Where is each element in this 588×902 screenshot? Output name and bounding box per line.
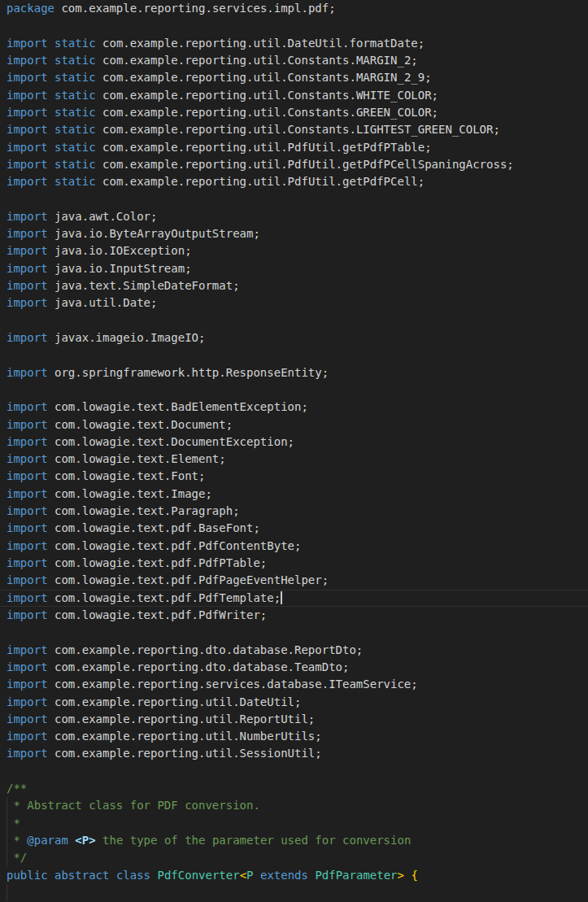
code-line[interactable]	[0, 624, 588, 641]
code-token: com.example.reporting.util.SessionUtil;	[48, 747, 322, 760]
code-line[interactable]: /**	[0, 780, 588, 797]
code-token: com.example.reporting.util.ReportUtil;	[48, 712, 316, 726]
code-token: import	[7, 89, 48, 102]
code-line[interactable]: import com.example.reporting.util.Sessio…	[0, 745, 588, 762]
code-line[interactable]: import static com.example.reporting.util…	[0, 69, 588, 86]
code-line[interactable]: import com.example.reporting.util.Report…	[0, 711, 588, 728]
code-token: *	[7, 817, 20, 830]
code-token	[48, 141, 54, 154]
code-token: {	[411, 869, 417, 882]
code-line[interactable]: import static com.example.reporting.util…	[0, 104, 588, 121]
code-token: import	[7, 521, 48, 534]
code-line[interactable]: import com.lowagie.text.pdf.PdfTemplate;	[0, 590, 588, 607]
code-line[interactable]: * @param <P> the type of the parameter u…	[0, 832, 588, 849]
code-line[interactable]: import com.example.reporting.dto.databas…	[0, 659, 588, 676]
code-line[interactable]: import com.lowagie.text.Element;	[0, 451, 588, 468]
code-line[interactable]	[0, 190, 588, 207]
code-token: <	[240, 869, 246, 882]
code-line[interactable]: package com.example.reporting.services.i…	[0, 0, 588, 17]
code-token: P	[246, 869, 253, 882]
code-token: com.lowagie.text.pdf.PdfWriter;	[48, 608, 268, 621]
code-line[interactable]: import com.lowagie.text.Font;	[0, 468, 588, 485]
code-line[interactable]: import com.lowagie.text.pdf.PdfWriter;	[0, 607, 588, 624]
code-token: java.io.IOException;	[48, 244, 192, 257]
code-token: static	[54, 106, 96, 119]
code-token: import	[7, 643, 48, 656]
code-line[interactable]: import javax.imageio.ImageIO;	[0, 329, 588, 346]
code-line[interactable]	[0, 17, 588, 34]
code-line[interactable]: import java.io.InputStream;	[0, 260, 588, 277]
code-line[interactable]: import com.lowagie.text.pdf.PdfContentBy…	[0, 538, 588, 555]
code-token: com.lowagie.text.pdf.PdfPageEventHelper;	[48, 573, 329, 586]
code-line[interactable]: import com.example.reporting.util.Number…	[0, 728, 588, 745]
code-line[interactable]: import java.text.SimpleDateFormat;	[0, 277, 588, 294]
code-line[interactable]: import static com.example.reporting.util…	[0, 52, 588, 69]
code-token	[48, 54, 54, 67]
code-line[interactable]: import org.springframework.http.Response…	[0, 364, 588, 381]
code-line[interactable]: import static com.example.reporting.util…	[0, 156, 588, 173]
code-line[interactable]	[0, 763, 588, 780]
code-line[interactable]: */	[0, 849, 588, 866]
code-token: com.example.reporting.dto.database.TeamD…	[48, 660, 350, 673]
code-token: static	[54, 54, 96, 67]
code-token: extends	[260, 869, 308, 882]
code-token: com.lowagie.text.pdf.PdfPTable;	[48, 556, 268, 569]
code-line[interactable]: import com.lowagie.text.DocumentExceptio…	[0, 434, 588, 451]
code-token: import	[7, 695, 48, 708]
code-token: org.springframework.http.ResponseEntity;	[48, 366, 329, 379]
code-token: static	[54, 71, 96, 84]
code-token: public	[7, 869, 48, 882]
code-line[interactable]: import com.lowagie.text.Image;	[0, 486, 588, 503]
code-line[interactable]: import com.example.reporting.dto.databas…	[0, 642, 588, 659]
code-line[interactable]: import static com.example.reporting.util…	[0, 87, 588, 104]
code-line[interactable]: import static com.example.reporting.util…	[0, 35, 588, 52]
code-line[interactable]: import com.lowagie.text.Document;	[0, 416, 588, 434]
code-token: import	[7, 591, 48, 604]
code-token: import	[7, 469, 48, 482]
code-line[interactable]: import java.awt.Color;	[0, 208, 588, 225]
code-token	[48, 71, 54, 84]
code-token: import	[7, 227, 48, 240]
code-line[interactable]: import com.example.reporting.services.da…	[0, 676, 588, 693]
code-line[interactable]	[0, 884, 588, 901]
code-line[interactable]: import com.lowagie.text.BadElementExcept…	[0, 399, 588, 416]
code-token: <P>	[75, 834, 95, 847]
code-line[interactable]: import static com.example.reporting.util…	[0, 121, 588, 138]
code-editor[interactable]: package com.example.reporting.services.i…	[0, 0, 588, 902]
code-line[interactable]: import com.lowagie.text.Paragraph;	[0, 503, 588, 520]
code-line[interactable]: *	[0, 815, 588, 832]
indent-guide	[7, 884, 7, 901]
code-token: import	[7, 366, 48, 379]
code-token: package	[7, 2, 54, 15]
code-line[interactable]: import java.util.Date;	[0, 294, 588, 312]
code-line[interactable]: * Abstract class for PDF conversion.	[0, 797, 588, 814]
code-line[interactable]: import static com.example.reporting.util…	[0, 173, 588, 190]
code-token: import	[7, 141, 48, 154]
code-line[interactable]	[0, 381, 588, 399]
code-token: com.lowagie.text.Font;	[48, 469, 206, 482]
code-token: import	[7, 71, 48, 84]
code-line[interactable]	[0, 312, 588, 329]
code-token: com.lowagie.text.BadElementException;	[48, 400, 308, 413]
code-token: import	[7, 504, 48, 517]
code-line[interactable]: import com.lowagie.text.pdf.PdfPageEvent…	[0, 572, 588, 589]
code-token: import	[7, 296, 48, 309]
code-line[interactable]: public abstract class PdfConverter<P ext…	[0, 867, 588, 884]
code-line[interactable]: import com.lowagie.text.pdf.BaseFont;	[0, 520, 588, 537]
code-token: com.example.reporting.services.database.…	[48, 678, 418, 691]
code-line[interactable]: import java.io.IOException;	[0, 242, 588, 259]
code-token: import	[7, 175, 48, 188]
code-token: */	[7, 851, 27, 864]
code-token: java.io.ByteArrayOutputStream;	[48, 227, 260, 240]
code-line[interactable]: import com.lowagie.text.pdf.PdfPTable;	[0, 555, 588, 572]
code-line[interactable]: import java.io.ByteArrayOutputStream;	[0, 225, 588, 242]
text-cursor	[281, 591, 282, 604]
code-token: java.awt.Color;	[48, 210, 158, 223]
code-token: com.lowagie.text.Document;	[48, 418, 233, 431]
code-token: import	[7, 244, 48, 257]
code-line[interactable]	[0, 346, 588, 364]
code-line[interactable]: import com.example.reporting.util.DateUt…	[0, 694, 588, 711]
code-token: com.example.reporting.util.Constants.GRE…	[96, 106, 438, 119]
code-line[interactable]: import static com.example.reporting.util…	[0, 139, 588, 156]
code-token: static	[54, 175, 96, 188]
